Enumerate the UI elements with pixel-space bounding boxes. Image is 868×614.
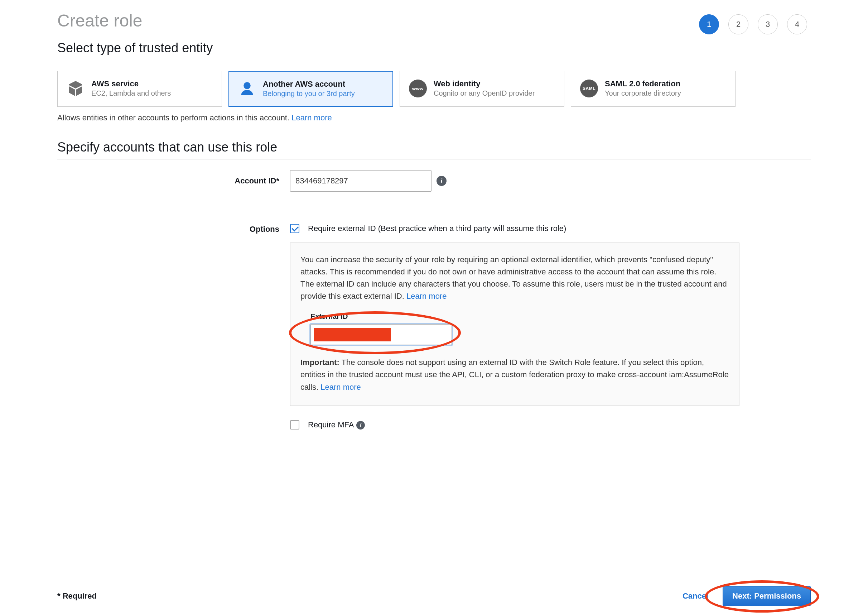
require-external-id-label: Require external ID (Best practice when … xyxy=(308,224,566,233)
step-1[interactable]: 1 xyxy=(699,14,719,34)
step-4[interactable]: 4 xyxy=(787,14,807,34)
entity-card-saml[interactable]: SAML SAML 2.0 federation Your corporate … xyxy=(571,71,736,107)
step-3[interactable]: 3 xyxy=(758,14,778,34)
learn-more-link[interactable]: Learn more xyxy=(406,292,447,300)
person-icon xyxy=(238,79,256,98)
external-id-label: External ID xyxy=(310,312,729,320)
learn-more-link[interactable]: Learn more xyxy=(291,113,332,122)
required-note: * Required xyxy=(57,591,97,601)
entity-cards: AWS service EC2, Lambda and others Anoth… xyxy=(57,71,811,107)
step-2[interactable]: 2 xyxy=(728,14,749,34)
help-line: Allows entities in other accounts to per… xyxy=(57,113,811,123)
panel-description: You can increase the security of your ro… xyxy=(301,253,729,302)
cancel-button[interactable]: Cancel xyxy=(682,591,708,601)
require-mfa-checkbox[interactable] xyxy=(290,420,299,429)
footer: * Required Cancel Next: Permissions xyxy=(0,578,868,614)
learn-more-link[interactable]: Learn more xyxy=(321,382,361,392)
account-id-input[interactable] xyxy=(290,170,431,192)
external-id-input[interactable] xyxy=(310,324,452,345)
require-mfa-label: Require MFA i xyxy=(308,420,365,429)
step-indicator: 1 2 3 4 xyxy=(699,14,807,34)
external-id-panel: You can increase the security of your ro… xyxy=(290,242,739,406)
require-external-id-checkbox[interactable] xyxy=(290,224,299,233)
section-trusted-entity-title: Select type of trusted entity xyxy=(57,40,811,60)
card-subtitle: EC2, Lambda and others xyxy=(91,89,171,98)
card-title: AWS service xyxy=(91,79,171,89)
section-specify-title: Specify accounts that can use this role xyxy=(57,140,811,159)
options-label: Options xyxy=(57,224,290,234)
entity-card-web-identity[interactable]: www Web identity Cognito or any OpenID p… xyxy=(400,71,564,107)
card-subtitle: Cognito or any OpenID provider xyxy=(434,89,535,98)
page-title: Create role xyxy=(57,11,811,30)
entity-card-another-account[interactable]: Another AWS account Belonging to you or … xyxy=(228,71,393,107)
info-icon[interactable]: i xyxy=(437,176,446,186)
card-title: Another AWS account xyxy=(263,79,355,89)
info-icon[interactable]: i xyxy=(356,421,365,429)
entity-card-aws-service[interactable]: AWS service EC2, Lambda and others xyxy=(57,71,222,107)
www-icon: www xyxy=(409,79,427,98)
cube-icon xyxy=(66,79,85,98)
external-id-warning: Important: The console does not support … xyxy=(301,356,729,393)
svg-point-0 xyxy=(243,82,251,89)
card-title: Web identity xyxy=(434,79,535,89)
account-id-label: Account ID* xyxy=(57,176,290,185)
card-title: SAML 2.0 federation xyxy=(605,79,681,89)
saml-icon: SAML xyxy=(580,79,598,98)
card-subtitle: Belonging to you or 3rd party xyxy=(263,90,355,98)
card-subtitle: Your corporate directory xyxy=(605,89,681,98)
next-permissions-button[interactable]: Next: Permissions xyxy=(722,586,811,606)
